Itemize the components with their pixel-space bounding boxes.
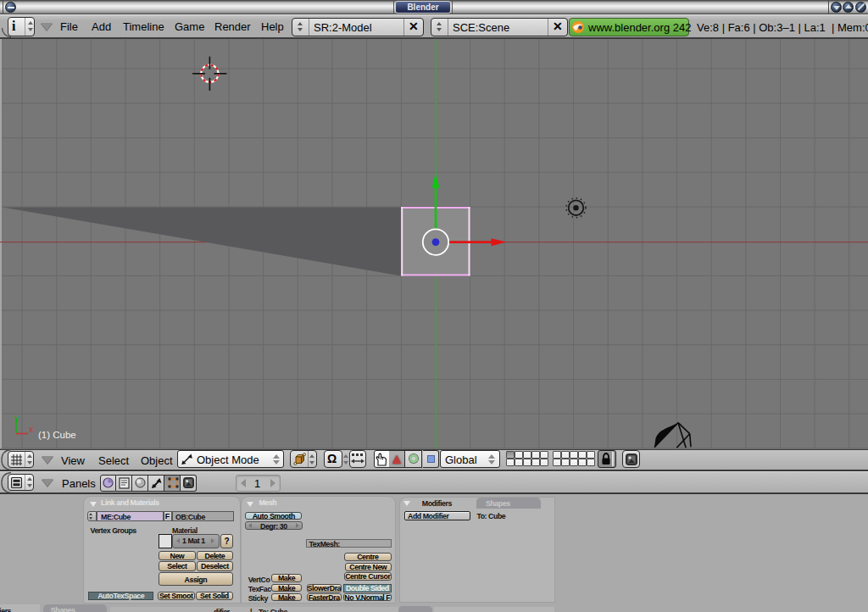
svg-text:x: x: [29, 425, 33, 434]
svg-text:(1) Cube: (1) Cube: [38, 430, 76, 440]
